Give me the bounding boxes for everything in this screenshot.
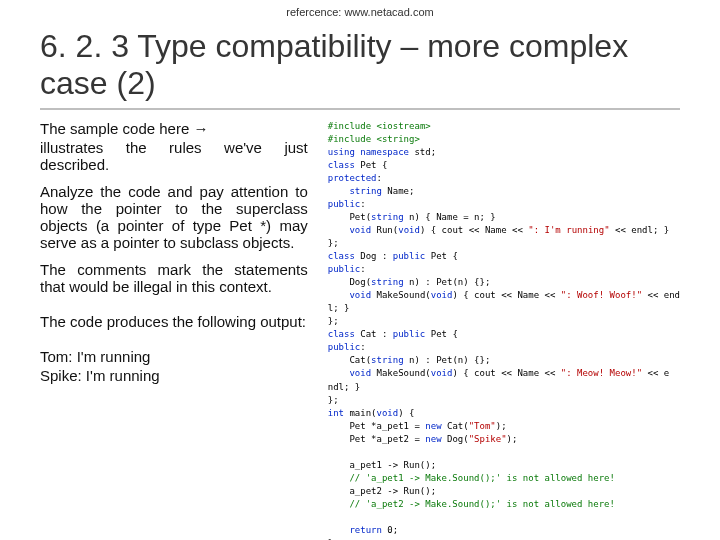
- para-5: The code produces the following output:: [40, 313, 308, 330]
- output-line-1: Tom: I'm running: [40, 348, 308, 365]
- slide: refercence: www.netacad.com 6. 2. 3 Type…: [0, 0, 720, 540]
- para-4: The comments mark the statements that wo…: [40, 261, 308, 295]
- para-3: Analyze the code and pay attention to ho…: [40, 183, 308, 251]
- code-block: #include <iostream> #include <string> us…: [328, 120, 680, 540]
- para-1: The sample code here →: [40, 120, 308, 137]
- slide-title: 6. 2. 3 Type compatibility – more comple…: [40, 28, 680, 102]
- body-text: The sample code here → illustrates the r…: [40, 120, 308, 540]
- title-divider: 6. 2. 3 Type compatibility – more comple…: [40, 18, 680, 110]
- body: The sample code here → illustrates the r…: [40, 120, 680, 540]
- reference-text: refercence: www.netacad.com: [40, 0, 680, 18]
- para-2: illustrates the rules we've just describ…: [40, 139, 308, 173]
- output-line-2: Spike: I'm running: [40, 367, 308, 384]
